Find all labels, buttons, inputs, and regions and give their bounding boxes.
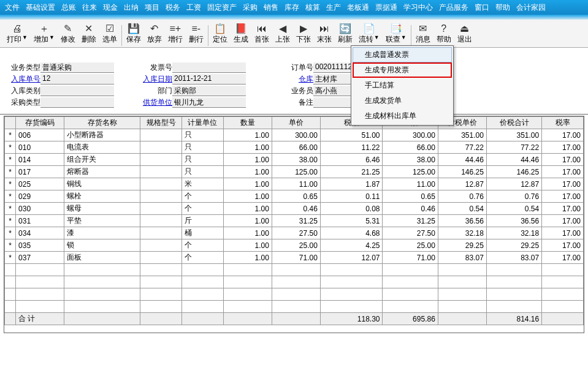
cell[interactable]: 0.54 xyxy=(486,203,541,215)
cell[interactable]: 77.22 xyxy=(438,141,486,154)
cell[interactable]: 只 xyxy=(182,166,224,178)
table-row[interactable]: *014组合开关只1.0038.006.4638.0044.4644.4617.… xyxy=(5,154,584,166)
cell[interactable]: 电流表 xyxy=(64,141,140,154)
cell[interactable]: 1.00 xyxy=(223,154,272,166)
cell[interactable]: 米 xyxy=(182,178,224,190)
cell[interactable]: 006 xyxy=(16,129,64,141)
table-row[interactable]: *017熔断器只1.00125.0021.25125.00146.25146.2… xyxy=(5,166,584,178)
tool-定位[interactable]: 📋定位 xyxy=(210,22,231,46)
cell[interactable]: 21.25 xyxy=(320,166,383,178)
menu-帮助[interactable]: 帮助 xyxy=(495,2,510,13)
cell[interactable]: 017 xyxy=(16,166,64,178)
tool-上张[interactable]: ◀上张 xyxy=(272,22,293,46)
table-row[interactable]: *037面板个1.0071.0012.0771.0083.0783.0717.0… xyxy=(5,252,584,264)
cell[interactable]: 17.00 xyxy=(542,141,584,154)
tool-退出[interactable]: ⏏退出 xyxy=(454,22,475,46)
cell[interactable]: 38.00 xyxy=(383,154,438,166)
table-row[interactable]: *010电流表只1.0066.0011.2266.0077.2277.2217.… xyxy=(5,141,584,154)
col-1[interactable]: 存货编码 xyxy=(16,117,64,129)
cell[interactable]: 0.11 xyxy=(320,190,383,203)
cell[interactable]: 1.00 xyxy=(223,239,272,252)
table-row-empty[interactable] xyxy=(5,301,584,313)
cell[interactable] xyxy=(140,227,182,239)
menu-学习中心[interactable]: 学习中心 xyxy=(403,2,433,13)
menu-出纳[interactable]: 出纳 xyxy=(124,2,139,13)
cell[interactable]: 个 xyxy=(182,239,224,252)
cell[interactable]: 146.25 xyxy=(486,166,541,178)
cell[interactable]: 0.76 xyxy=(438,190,486,203)
cell[interactable]: 300.00 xyxy=(383,129,438,141)
menu-往来[interactable]: 往来 xyxy=(82,2,97,13)
cell[interactable] xyxy=(140,178,182,190)
cell[interactable]: 螺栓 xyxy=(64,190,140,203)
menu-销售[interactable]: 销售 xyxy=(264,2,278,13)
cell[interactable]: * xyxy=(5,178,16,190)
menu-现金[interactable]: 现金 xyxy=(103,2,118,13)
cell[interactable] xyxy=(140,190,182,203)
cell[interactable]: * xyxy=(5,252,16,264)
cell[interactable]: 个 xyxy=(182,203,224,215)
cell[interactable]: 0.54 xyxy=(438,203,486,215)
cell[interactable] xyxy=(140,252,182,264)
dropdown-item-3[interactable]: 生成发货单 xyxy=(353,93,452,108)
val-rklb[interactable] xyxy=(40,86,114,96)
cell[interactable]: 1.00 xyxy=(223,166,272,178)
cell[interactable]: 1.00 xyxy=(223,178,272,190)
cell[interactable]: 1.00 xyxy=(223,203,272,215)
cell[interactable]: * xyxy=(5,129,16,141)
dropdown-item-2[interactable]: 手工结算 xyxy=(353,78,452,93)
cell[interactable]: 29.25 xyxy=(438,239,486,252)
cell[interactable]: 351.00 xyxy=(486,129,541,141)
cell[interactable]: 平垫 xyxy=(64,215,140,227)
table-row-empty[interactable] xyxy=(5,264,584,276)
cell[interactable]: 29.25 xyxy=(486,239,541,252)
menu-老板通[interactable]: 老板通 xyxy=(347,2,369,13)
cell[interactable]: 27.50 xyxy=(272,227,320,239)
val-rkrq[interactable]: 2011-12-21 xyxy=(172,74,246,85)
val-fph[interactable] xyxy=(172,62,246,73)
menu-总账[interactable]: 总账 xyxy=(61,2,76,13)
cell[interactable]: 11.00 xyxy=(272,178,320,190)
menu-工资[interactable]: 工资 xyxy=(186,2,201,13)
tool-生成[interactable]: 📕生成 xyxy=(231,22,251,46)
col-6[interactable]: 单价 xyxy=(272,117,320,129)
cell[interactable]: 025 xyxy=(16,178,64,190)
table-row[interactable]: *034漆桶1.0027.504.6827.5032.1832.1817.00 xyxy=(5,227,584,239)
cell[interactable]: * xyxy=(5,203,16,215)
cell[interactable]: 螺母 xyxy=(64,203,140,215)
cell[interactable]: * xyxy=(5,239,16,252)
cell[interactable]: 只 xyxy=(182,129,224,141)
cell[interactable]: 037 xyxy=(16,252,64,264)
table-wrap[interactable]: 存货编码存货名称规格型号计量单位数量单价税额金额含税单价价税合计税率 *006小… xyxy=(4,116,584,333)
cell[interactable]: 030 xyxy=(16,203,64,215)
cell[interactable]: 组合开关 xyxy=(64,154,140,166)
cell[interactable]: 4.68 xyxy=(320,227,383,239)
cell[interactable]: 031 xyxy=(16,215,64,227)
cell[interactable]: 351.00 xyxy=(438,129,486,141)
cell[interactable]: 17.00 xyxy=(542,252,584,264)
menu-税务[interactable]: 税务 xyxy=(166,2,180,13)
cell[interactable]: 熔断器 xyxy=(64,166,140,178)
cell[interactable]: 12.87 xyxy=(486,178,541,190)
cell[interactable]: 71.00 xyxy=(272,252,320,264)
dropdown-item-1[interactable]: 生成专用发票 xyxy=(353,62,452,78)
tool-联查[interactable]: 📑联查▼ xyxy=(383,22,410,46)
tool-下张[interactable]: ▶下张 xyxy=(293,22,314,46)
tool-删行[interactable]: ≡-删行 xyxy=(186,22,207,46)
tool-修改[interactable]: ✎修改 xyxy=(58,22,78,46)
cell[interactable]: * xyxy=(5,166,16,178)
cell[interactable]: 38.00 xyxy=(272,154,320,166)
col-2[interactable]: 存货名称 xyxy=(64,117,140,129)
cell[interactable]: 17.00 xyxy=(542,178,584,190)
cell[interactable]: 1.00 xyxy=(223,190,272,203)
tool-刷新[interactable]: 🔄刷新 xyxy=(335,22,356,46)
val-cglx[interactable] xyxy=(40,97,114,108)
cell[interactable]: 桶 xyxy=(182,227,224,239)
cell[interactable]: 125.00 xyxy=(272,166,320,178)
cell[interactable]: * xyxy=(5,227,16,239)
cell[interactable]: 0.65 xyxy=(383,190,438,203)
cell[interactable]: 面板 xyxy=(64,252,140,264)
col-0[interactable] xyxy=(5,117,16,129)
cell[interactable]: 5.31 xyxy=(320,215,383,227)
col-3[interactable]: 规格型号 xyxy=(140,117,182,129)
